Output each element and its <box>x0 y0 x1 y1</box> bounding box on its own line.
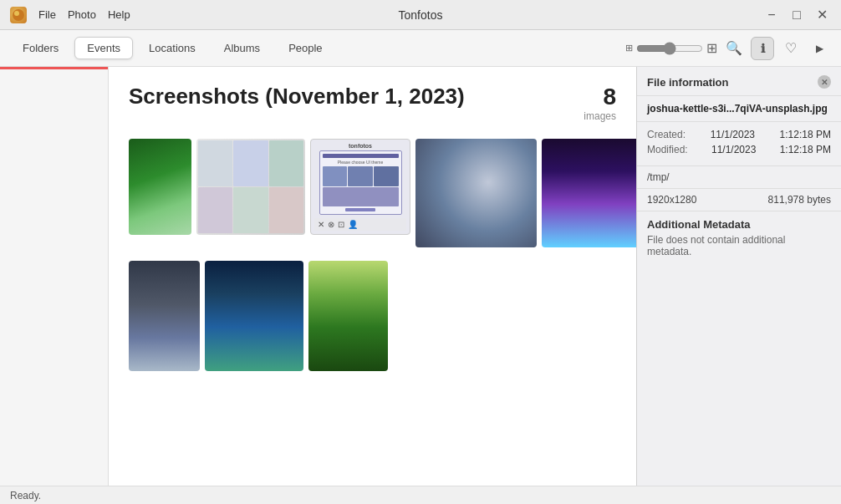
gallery-header: Screenshots (November 1, 2023) 8 images <box>129 84 616 122</box>
fileinfo-created-row: Created: 11/1/2023 1:12:18 PM <box>647 129 831 140</box>
minimize-button[interactable]: − <box>762 6 781 24</box>
swatch-1 <box>323 166 348 186</box>
app-title: Tonfotos <box>399 8 443 22</box>
gallery-count-number: 8 <box>584 84 616 110</box>
dialog-title-bar <box>323 154 399 158</box>
square-icon: ⊡ <box>338 220 344 229</box>
fileinfo-dimensions: 1920x1280 <box>647 194 696 206</box>
zoom-slider-area: ⊞ ⊞ <box>625 40 717 56</box>
screenshot-thumbnails <box>196 139 305 235</box>
inner-thumb-2 <box>233 140 268 186</box>
titlebar: File Photo Help Tonfotos − □ ✕ <box>0 0 841 30</box>
tab-events[interactable]: Events <box>74 37 133 59</box>
swatch-2 <box>348 166 373 186</box>
zoom-slider[interactable] <box>636 42 703 55</box>
fileinfo-close-button[interactable]: ✕ <box>818 75 831 89</box>
inner-thumb-1 <box>198 140 232 186</box>
search-button[interactable]: 🔍 <box>722 37 746 60</box>
fileinfo-dimensions-row: 1920x1280 811,978 bytes <box>637 189 841 211</box>
inner-thumb-4 <box>198 187 232 233</box>
sidebar-scroll[interactable] <box>0 69 108 486</box>
close-button[interactable]: ✕ <box>813 6 831 24</box>
cross-icon: ⊗ <box>328 220 334 229</box>
list-item[interactable] <box>205 261 303 371</box>
inner-thumb-3 <box>269 140 303 186</box>
fileinfo-title: File information <box>647 76 729 89</box>
inner-thumb-6 <box>269 187 303 233</box>
list-item[interactable] <box>129 139 191 235</box>
menu-photo[interactable]: Photo <box>68 8 96 21</box>
fileinfo-additional-title: Additional Metadata <box>647 218 831 231</box>
slideshow-button[interactable]: ▶ <box>808 37 831 60</box>
fileinfo-dates: Created: 11/1/2023 1:12:18 PM Modified: … <box>637 122 841 166</box>
file-info-panel: File information ✕ joshua-kettle-s3i...7… <box>636 67 841 486</box>
menu-help[interactable]: Help <box>108 8 130 21</box>
menu-file[interactable]: File <box>38 8 56 21</box>
swatch-4 <box>323 187 399 207</box>
gallery-row-2 <box>129 261 616 371</box>
info-button[interactable]: ℹ <box>751 37 774 60</box>
maximize-button[interactable]: □ <box>787 6 806 24</box>
photo-row-bottom <box>129 261 616 371</box>
fileinfo-path: /tmp/ <box>637 166 841 189</box>
gallery-row-1: tonfotos Please choose UI theme <box>129 139 616 247</box>
list-item[interactable] <box>308 261 388 371</box>
fileinfo-created-label: Created: <box>647 129 686 140</box>
fileinfo-filename: joshua-kettle-s3i...7qiVA-unsplash.jpg <box>637 96 841 122</box>
favorites-button[interactable]: ♡ <box>779 37 803 60</box>
window-controls: − □ ✕ <box>762 6 831 24</box>
small-size-icon: ⊞ <box>625 43 633 53</box>
large-size-icon: ⊞ <box>706 40 717 56</box>
toolbar: Folders Events Locations Albums People ⊞… <box>0 30 841 67</box>
fileinfo-filesize: 811,978 bytes <box>768 194 831 206</box>
sidebar <box>0 67 109 486</box>
svg-point-1 <box>14 11 19 16</box>
app-icon <box>10 7 27 23</box>
dialog-button <box>345 208 375 211</box>
x-icon: ✕ <box>318 220 324 229</box>
fileinfo-additional-note: File does not contain additional metadat… <box>647 234 831 257</box>
swatch-3 <box>374 166 399 186</box>
inner-thumb-5 <box>233 187 268 233</box>
gallery-count: 8 images <box>584 84 616 122</box>
list-item[interactable] <box>542 139 636 247</box>
dialog-text: Please choose UI theme <box>338 160 383 165</box>
main-area: Screenshots (November 1, 2023) 8 images <box>0 67 841 486</box>
fileinfo-additional: Additional Metadata File does not contai… <box>637 211 841 264</box>
person-icon: 👤 <box>348 220 358 229</box>
fileinfo-modified-label: Modified: <box>647 144 688 155</box>
fileinfo-modified-row: Modified: 11/1/2023 1:12:18 PM <box>647 144 831 155</box>
dialog-app-label: tonfotos <box>349 143 372 149</box>
fileinfo-modified-date: 11/1/2023 <box>711 144 756 155</box>
tab-locations[interactable]: Locations <box>136 37 208 59</box>
tab-folders[interactable]: Folders <box>10 37 71 59</box>
gallery-area: Screenshots (November 1, 2023) 8 images <box>109 67 636 486</box>
icon-row: ✕ ⊗ ⊡ 👤 <box>314 218 406 231</box>
photo-row-top: tonfotos Please choose UI theme <box>129 139 616 247</box>
fileinfo-created-date: 11/1/2023 <box>711 129 755 140</box>
tab-people[interactable]: People <box>276 37 334 59</box>
list-item[interactable]: tonfotos Please choose UI theme <box>310 139 410 235</box>
dialog-inner: Please choose UI theme <box>319 150 402 215</box>
statusbar: Ready. <box>0 486 841 504</box>
dialog-swatches <box>323 166 399 206</box>
fileinfo-header: File information ✕ <box>637 67 841 96</box>
fileinfo-created-time: 1:12:18 PM <box>780 129 831 140</box>
titlebar-left: File Photo Help <box>10 7 130 23</box>
tab-bar: Folders Events Locations Albums People <box>10 37 335 59</box>
status-text: Ready. <box>10 490 41 501</box>
gallery-count-label: images <box>584 110 616 122</box>
gallery-title: Screenshots (November 1, 2023) <box>129 84 465 109</box>
fileinfo-modified-time: 1:12:18 PM <box>780 144 831 155</box>
list-item[interactable] <box>129 261 200 371</box>
tab-albums[interactable]: Albums <box>212 37 273 59</box>
toolbar-right: ⊞ ⊞ 🔍 ℹ ♡ ▶ <box>625 37 831 60</box>
list-item[interactable] <box>196 139 305 235</box>
titlebar-menu: File Photo Help <box>38 8 130 21</box>
list-item[interactable] <box>415 139 537 247</box>
